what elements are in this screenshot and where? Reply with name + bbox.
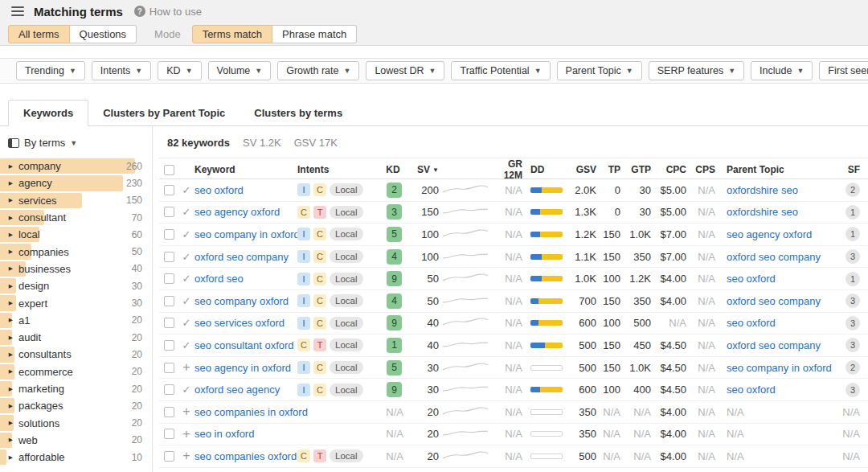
expand-triangle-icon[interactable]: ▶ <box>9 351 13 358</box>
expand-triangle-icon[interactable]: ▶ <box>9 403 13 409</box>
col-gr12m[interactable]: GR 12M <box>487 158 522 181</box>
add-keyword-icon[interactable]: + <box>178 404 194 419</box>
filter-lowest-dr[interactable]: Lowest DR▼ <box>366 61 444 80</box>
row-checkbox[interactable] <box>164 318 174 328</box>
added-check-icon[interactable]: ✓ <box>178 384 194 396</box>
added-check-icon[interactable]: ✓ <box>178 339 194 351</box>
select-all-checkbox[interactable] <box>164 165 174 175</box>
parent-topic-link[interactable]: oxfordshire seo <box>727 184 798 196</box>
expand-triangle-icon[interactable]: ▶ <box>9 454 13 461</box>
col-gsv[interactable]: GSV <box>564 164 596 175</box>
row-checkbox[interactable] <box>164 451 174 462</box>
keyword-link[interactable]: seo agency in oxford <box>194 362 291 374</box>
sidebar-term-item[interactable]: ▶audit20 <box>0 329 152 346</box>
keyword-link[interactable]: seo company oxford <box>194 295 289 307</box>
sidebar-term-item[interactable]: ▶company260 <box>0 158 152 174</box>
col-kd[interactable]: KD <box>379 164 407 175</box>
sidebar-term-item[interactable]: ▶local60 <box>0 226 152 243</box>
row-checkbox[interactable] <box>164 340 174 351</box>
hamburger-menu-icon[interactable] <box>11 6 24 16</box>
sidebar-term-item[interactable]: ▶expert30 <box>0 294 152 311</box>
add-keyword-icon[interactable]: + <box>178 427 194 441</box>
by-terms-dropdown[interactable]: By terms ▼ <box>0 126 152 158</box>
added-check-icon[interactable]: ✓ <box>178 251 194 263</box>
add-keyword-icon[interactable]: + <box>178 449 194 463</box>
added-check-icon[interactable]: ✓ <box>178 184 194 196</box>
parent-topic-link[interactable]: seo oxford <box>727 384 776 396</box>
expand-triangle-icon[interactable]: ▶ <box>9 437 13 444</box>
expand-triangle-icon[interactable]: ▶ <box>9 248 13 255</box>
sidebar-term-item[interactable]: ▶ecommerce20 <box>0 363 152 380</box>
expand-triangle-icon[interactable]: ▶ <box>9 420 13 426</box>
expand-triangle-icon[interactable]: ▶ <box>9 197 13 203</box>
added-check-icon[interactable]: ✓ <box>178 273 194 285</box>
parent-topic-link[interactable]: oxfordshire seo <box>727 206 798 218</box>
keyword-link[interactable]: oxford seo company <box>194 251 289 263</box>
row-checkbox[interactable] <box>164 363 174 373</box>
keyword-link[interactable]: oxford seo agency <box>194 384 280 396</box>
sidebar-term-item[interactable]: ▶agency230 <box>0 174 152 191</box>
row-checkbox[interactable] <box>164 207 174 217</box>
keyword-link[interactable]: seo agency oxford <box>194 206 280 218</box>
row-checkbox[interactable] <box>164 229 174 240</box>
parent-topic-link[interactable]: seo oxford <box>727 273 776 285</box>
parent-topic-link[interactable]: seo oxford <box>727 317 776 329</box>
keyword-link[interactable]: seo consultant oxford <box>194 339 294 351</box>
col-dd[interactable]: DD <box>522 164 564 175</box>
parent-topic-link[interactable]: oxford seo company <box>727 295 821 307</box>
sidebar-term-item[interactable]: ▶web20 <box>0 432 152 449</box>
tab-keywords[interactable]: Keywords <box>8 100 88 126</box>
row-checkbox[interactable] <box>164 407 174 417</box>
sidebar-term-item[interactable]: ▶businesses40 <box>0 261 152 277</box>
filter-growth-rate[interactable]: Growth rate▼ <box>277 61 359 80</box>
row-checkbox[interactable] <box>164 296 174 306</box>
parent-topic-link[interactable]: oxford seo company <box>727 339 821 351</box>
keyword-link[interactable]: seo services oxford <box>194 317 285 329</box>
filter-parent-topic[interactable]: Parent Topic▼ <box>557 61 642 80</box>
keyword-link[interactable]: seo oxford <box>194 184 244 196</box>
row-checkbox[interactable] <box>164 384 174 395</box>
sidebar-term-item[interactable]: ▶packages20 <box>0 397 152 414</box>
col-intents[interactable]: Intents <box>297 164 379 175</box>
added-check-icon[interactable]: ✓ <box>178 295 194 307</box>
tab-clusters-by-parent-topic[interactable]: Clusters by Parent Topic <box>88 100 240 126</box>
keyword-link[interactable]: seo company in oxford <box>194 228 300 240</box>
filter-serp-features[interactable]: SERP features▼ <box>649 61 744 80</box>
col-parent-topic[interactable]: Parent Topic <box>715 164 842 175</box>
col-gtp[interactable]: GTP <box>620 164 651 175</box>
keyword-link[interactable]: seo in oxford <box>194 428 254 440</box>
sidebar-term-item[interactable]: ▶services150 <box>0 192 152 209</box>
added-check-icon[interactable]: ✓ <box>178 317 194 329</box>
expand-triangle-icon[interactable]: ▶ <box>9 283 13 289</box>
col-sf[interactable]: SF <box>842 164 860 175</box>
how-to-use-link[interactable]: ? How to use <box>134 6 202 18</box>
col-keyword[interactable]: Keyword <box>194 164 297 175</box>
col-tp[interactable]: TP <box>596 164 620 175</box>
filter-traffic-potential[interactable]: Traffic Potential▼ <box>451 61 550 80</box>
filter-include[interactable]: Include▼ <box>751 61 813 80</box>
row-checkbox[interactable] <box>164 185 174 195</box>
expand-triangle-icon[interactable]: ▶ <box>9 232 13 238</box>
sidebar-term-item[interactable]: ▶affordable10 <box>0 449 152 466</box>
sidebar-term-item[interactable]: ▶consultants20 <box>0 346 152 363</box>
row-checkbox[interactable] <box>164 273 174 284</box>
filter-first-seen[interactable]: First seen▼ <box>819 61 868 80</box>
filter-kd[interactable]: KD▼ <box>158 61 201 80</box>
sidebar-term-item[interactable]: ▶a120 <box>0 312 152 329</box>
mode-tab-phrase-match[interactable]: Phrase match <box>272 25 357 43</box>
mode-tab-questions[interactable]: Questions <box>70 25 137 43</box>
sidebar-term-item[interactable]: ▶marketing20 <box>0 380 152 397</box>
row-checkbox[interactable] <box>164 429 174 439</box>
added-check-icon[interactable]: ✓ <box>178 228 194 240</box>
row-checkbox[interactable] <box>164 252 174 262</box>
tab-clusters-by-terms[interactable]: Clusters by terms <box>240 100 357 126</box>
added-check-icon[interactable]: ✓ <box>178 206 194 218</box>
col-cps[interactable]: CPS <box>686 164 715 175</box>
keyword-link[interactable]: oxford seo <box>194 273 244 285</box>
col-sv[interactable]: SV▼ <box>407 164 439 175</box>
sidebar-term-item[interactable]: ▶solutions20 <box>0 414 152 431</box>
mode-tab-terms-match[interactable]: Terms match <box>192 25 272 43</box>
expand-triangle-icon[interactable]: ▶ <box>9 163 13 170</box>
expand-triangle-icon[interactable]: ▶ <box>9 180 13 187</box>
add-keyword-icon[interactable]: + <box>178 360 194 375</box>
